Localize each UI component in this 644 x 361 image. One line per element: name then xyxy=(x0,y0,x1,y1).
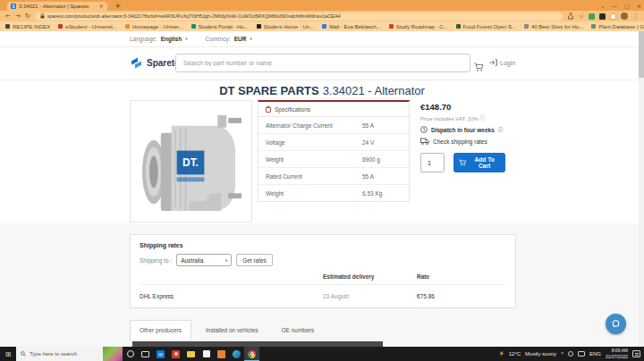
tab-oe-numbers[interactable]: OE numbers xyxy=(273,320,324,340)
chrome-button[interactable] xyxy=(244,347,259,361)
taskbar-search[interactable]: Type here to search xyxy=(16,347,103,361)
extension-icon[interactable] xyxy=(589,13,595,20)
cart-icon[interactable] xyxy=(474,59,484,75)
product-image[interactable]: DT. xyxy=(130,100,252,222)
url-bar[interactable]: spareto.com/products/dt-alternator/3-340… xyxy=(35,13,563,21)
info-icon[interactable]: ⓘ xyxy=(480,115,486,122)
reload-icon[interactable]: ↻ xyxy=(25,13,30,20)
search-input[interactable] xyxy=(175,54,470,72)
forward-icon[interactable]: → xyxy=(15,13,21,20)
site-header: Spareto Login xyxy=(0,47,644,80)
lower-section: Shipping rates Shipping to : Australia ▾… xyxy=(0,223,644,347)
cortana-button[interactable] xyxy=(123,347,138,361)
bookmark-item[interactable]: eStudent - Universit... xyxy=(58,24,117,29)
browser-menu-icon[interactable]: ⋮ xyxy=(632,13,639,20)
spareto-logo[interactable]: Spareto xyxy=(130,56,180,70)
task-view-button[interactable] xyxy=(138,347,153,361)
spec-label: Weight xyxy=(266,190,362,197)
display-icon[interactable] xyxy=(578,351,585,357)
screen: S 3.34021 - Alternator | Spareto × + ⌄ —… xyxy=(0,0,644,361)
edge-icon xyxy=(233,350,241,358)
product-price: €148.70 xyxy=(420,102,559,112)
tab-search-icon[interactable]: ⌄ xyxy=(600,3,605,9)
browser-tab[interactable]: S 3.34021 - Alternator | Spareto × xyxy=(7,2,107,11)
spec-row: Alternator Charge Current 55 A xyxy=(258,117,409,134)
extension-icon[interactable] xyxy=(599,13,606,20)
input-language[interactable]: ENG xyxy=(589,351,601,357)
tray-status-icon[interactable] xyxy=(568,351,573,357)
action-center-icon[interactable] xyxy=(632,350,640,357)
back-icon[interactable]: ← xyxy=(5,13,11,20)
extension-icon[interactable] xyxy=(610,13,616,20)
cortana-icon xyxy=(127,350,134,357)
language-value[interactable]: English xyxy=(161,36,182,42)
weather-temp[interactable]: 12°C xyxy=(509,351,521,357)
bookmark-item[interactable]: Homepage - Univer... xyxy=(125,24,183,29)
mail-app-button[interactable]: ✉ xyxy=(153,347,168,361)
shipping-table-header: Estimated delivery Rate xyxy=(140,273,506,285)
start-button[interactable]: ⊞ xyxy=(0,347,16,361)
favicon-icon xyxy=(591,24,596,29)
url-text: spareto.com/products/dt-alternator/3-340… xyxy=(47,13,341,19)
profile-avatar[interactable] xyxy=(621,13,628,20)
vat-text: Price Includes VAT: 20% xyxy=(420,116,479,122)
minimize-button[interactable]: — xyxy=(612,3,617,9)
weather-icon: ☀ xyxy=(498,350,504,357)
close-button[interactable]: × xyxy=(637,3,641,9)
edge-button[interactable] xyxy=(229,347,244,361)
store-button[interactable] xyxy=(199,347,214,361)
tab-installed-on-vehicles[interactable]: Installed on vehicles xyxy=(197,320,267,340)
currency-value[interactable]: EUR xyxy=(234,36,247,42)
clock-icon xyxy=(420,126,428,133)
tab-other-producers[interactable]: Other producers xyxy=(130,320,191,340)
folder-icon xyxy=(187,351,195,357)
delivery-column: Estimated delivery xyxy=(323,273,417,280)
bookmark-item[interactable]: Student Home - Un... xyxy=(257,24,314,29)
file-explorer-button[interactable] xyxy=(183,347,199,361)
add-to-cart-button[interactable]: Add To Cart xyxy=(453,153,505,172)
bookmark-item[interactable]: 40 Best Sites for Ho... xyxy=(524,24,583,29)
new-tab-button[interactable]: + xyxy=(114,0,122,11)
bookmark-item[interactable]: Food Forest Open S... xyxy=(456,24,516,29)
bookmark-label: 40 Best Sites for Ho... xyxy=(531,24,583,29)
specifications-title: Specifications xyxy=(275,106,310,113)
bookmark-item[interactable]: Plant Database | Ga... xyxy=(591,24,644,29)
get-rates-button[interactable]: Get rates xyxy=(236,254,273,266)
tab-close-icon[interactable]: × xyxy=(99,3,104,10)
garden-widget-icon[interactable] xyxy=(103,347,123,361)
office-app-button[interactable] xyxy=(214,347,229,361)
weather-desc[interactable]: Mostly sunny xyxy=(525,351,556,357)
quantity-input[interactable] xyxy=(420,153,445,172)
specifications-header: Specifications xyxy=(258,102,409,117)
bookmarks-bar: RECIPE INDEX eStudent - Universit... Hom… xyxy=(0,21,644,31)
scrollbar-thumb[interactable] xyxy=(639,31,644,78)
bookmark-item[interactable]: Study Roadmap - C... xyxy=(389,24,448,29)
photos-app-button[interactable] xyxy=(168,347,183,361)
info-icon[interactable]: ⓘ xyxy=(498,127,504,133)
scrollbar[interactable] xyxy=(639,31,644,347)
window-controls: ⌄ — □ × xyxy=(600,0,641,11)
tray-expand-icon[interactable]: ^ xyxy=(561,351,564,357)
cart-icon xyxy=(459,159,466,166)
maximize-button[interactable]: □ xyxy=(624,3,630,9)
bookmark-item[interactable]: Mail - Eva Beklasch... xyxy=(322,24,381,29)
share-icon[interactable] xyxy=(567,13,574,20)
bookmark-label: eStudent - Universit... xyxy=(65,24,117,29)
product-title: DT SPARE PARTS 3.34021 - Alternator xyxy=(0,80,644,100)
spec-label: Alternator Charge Current xyxy=(266,122,362,129)
taskbar-search-placeholder: Type here to search xyxy=(30,351,77,357)
destination-select[interactable]: Australia ▾ xyxy=(176,254,232,266)
check-shipping-row[interactable]: Check shipping rates xyxy=(420,138,559,145)
login-button[interactable]: Login xyxy=(489,57,515,68)
bookmark-star-icon[interactable]: ☆ xyxy=(579,13,584,20)
product-brand: DT SPARE PARTS xyxy=(219,84,318,97)
store-icon xyxy=(203,350,210,357)
chat-button[interactable] xyxy=(606,314,626,334)
taskbar-clock[interactable]: 8:09 AM 21/07/2022 xyxy=(606,348,628,360)
buy-panel: €148.70 Price Includes VAT: 20% ⓘ Dispat… xyxy=(420,102,559,172)
spareto-logo-icon xyxy=(130,56,143,70)
carrier-column xyxy=(140,273,323,280)
bookmark-item[interactable]: Student Portal - Ho... xyxy=(191,24,249,29)
bookmark-item[interactable]: RECIPE INDEX xyxy=(5,24,50,29)
rate-column: Rate xyxy=(417,273,506,280)
